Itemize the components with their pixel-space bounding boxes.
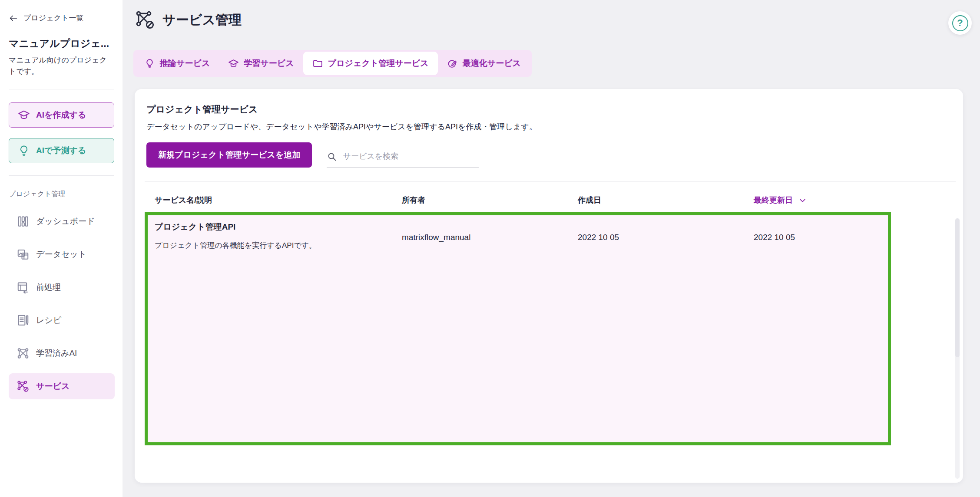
tab-inference-service[interactable]: 推論サービス [135, 52, 219, 75]
search-input[interactable] [343, 152, 479, 161]
sidebar-item-preprocess[interactable]: 前処理 [9, 274, 115, 300]
panel-description: データセットのアップロードや、データセットや学習済みAPIやサービスを管理するA… [146, 122, 956, 132]
service-icon [17, 380, 30, 393]
create-ai-label: AIを作成する [36, 109, 86, 121]
predict-ai-label: AIで予測する [36, 145, 86, 156]
sidebar-item-label: サービス [36, 381, 70, 392]
service-icon [135, 10, 156, 30]
column-header-created[interactable]: 作成日 [578, 195, 754, 205]
service-tabs: 推論サービス 学習サービス プロジェクト管理サービス 最適化サービス [133, 50, 532, 77]
column-header-name[interactable]: サービス名/説明 [155, 195, 402, 205]
highlight-annotation-box: プロジェクト管理API プロジェクト管理の各機能を実行するAPIです。 matr… [145, 212, 891, 445]
dashboard-icon [17, 215, 30, 228]
project-description: マニュアル向けのプロジェクトです。 [9, 55, 114, 77]
tab-project-management-service[interactable]: プロジェクト管理サービス [303, 52, 438, 75]
table-header-row: サービス名/説明 所有者 作成日 最終更新日 [155, 182, 956, 205]
sidebar-item-dashboard[interactable]: ダッシュボード [9, 208, 115, 234]
preprocess-icon [17, 281, 30, 294]
trained-ai-icon [17, 347, 30, 360]
optimization-icon [447, 58, 458, 69]
scrollbar-thumb[interactable] [955, 218, 960, 357]
recipe-icon [17, 314, 30, 327]
tab-label: 学習サービス [244, 58, 294, 69]
service-name: プロジェクト管理API [155, 221, 402, 233]
sidebar-divider [9, 175, 114, 176]
search-icon [327, 151, 337, 162]
service-search [327, 148, 479, 168]
folder-icon [312, 58, 323, 69]
page-header: サービス管理 [135, 10, 242, 30]
sidebar-item-recipe[interactable]: レシピ [9, 307, 115, 333]
panel-title: プロジェクト管理サービス [146, 103, 956, 115]
created-date-cell: 2022 10 05 [578, 221, 754, 250]
predict-ai-button[interactable]: AIで予測する [9, 138, 114, 163]
add-service-button[interactable]: 新規プロジェクト管理サービスを追加 [146, 142, 312, 168]
page-title: サービス管理 [162, 11, 242, 29]
table-row[interactable]: プロジェクト管理API プロジェクト管理の各機能を実行するAPIです。 matr… [148, 215, 888, 250]
tab-label: 推論サービス [160, 58, 210, 69]
dataset-icon [17, 248, 30, 261]
tab-training-service[interactable]: 学習サービス [219, 52, 303, 75]
service-panel: プロジェクト管理サービス データセットのアップロードや、データセットや学習済みA… [135, 89, 963, 483]
graduation-cap-icon [18, 109, 30, 121]
back-link-label: プロジェクト一覧 [23, 13, 83, 23]
lightbulb-icon [144, 58, 155, 69]
tab-label: 最適化サービス [463, 58, 521, 69]
sidebar-item-trained-ai[interactable]: 学習済みAI [9, 340, 115, 366]
column-header-updated[interactable]: 最終更新日 [754, 195, 956, 205]
sidebar-item-label: 学習済みAI [36, 348, 77, 359]
sidebar-item-label: データセット [36, 249, 86, 260]
chevron-down-icon [798, 196, 807, 204]
vertical-scrollbar[interactable] [955, 218, 960, 479]
owner-cell: matrixflow_manual [402, 221, 578, 250]
panel-actions: 新規プロジェクト管理サービスを追加 [146, 142, 956, 168]
sidebar-item-service[interactable]: サービス [9, 373, 115, 399]
graduation-cap-icon [228, 58, 239, 69]
help-icon: ? [952, 15, 968, 31]
sidebar-item-label: 前処理 [36, 282, 61, 293]
create-ai-button[interactable]: AIを作成する [9, 102, 114, 128]
help-button[interactable]: ? [948, 11, 972, 35]
sidebar: プロジェクト一覧 マニュアルプロジェ... マニュアル向けのプロジェクトです。 … [0, 0, 122, 497]
sidebar-item-label: ダッシュボード [36, 216, 95, 227]
tab-label: プロジェクト管理サービス [328, 58, 429, 69]
sidebar-nav: ダッシュボード データセット 前処理 レシピ 学習済みAI [9, 208, 114, 399]
arrow-left-icon [9, 13, 18, 23]
service-description: プロジェクト管理の各機能を実行するAPIです。 [155, 240, 402, 250]
sidebar-item-dataset[interactable]: データセット [9, 241, 115, 267]
project-title: マニュアルプロジェ... [9, 37, 114, 50]
column-header-owner[interactable]: 所有者 [402, 195, 578, 205]
sidebar-section-label: プロジェクト管理 [9, 190, 114, 199]
back-to-projects-link[interactable]: プロジェクト一覧 [9, 13, 114, 23]
lightbulb-icon [18, 145, 30, 157]
service-name-cell: プロジェクト管理API プロジェクト管理の各機能を実行するAPIです。 [155, 221, 402, 250]
updated-date-cell: 2022 10 05 [754, 221, 888, 250]
main-area: サービス管理 ? 推論サービス 学習サービス プロジェクト管理サービス [122, 0, 980, 497]
tab-optimization-service[interactable]: 最適化サービス [438, 52, 530, 75]
sidebar-divider [9, 89, 114, 89]
sidebar-item-label: レシピ [36, 315, 61, 326]
